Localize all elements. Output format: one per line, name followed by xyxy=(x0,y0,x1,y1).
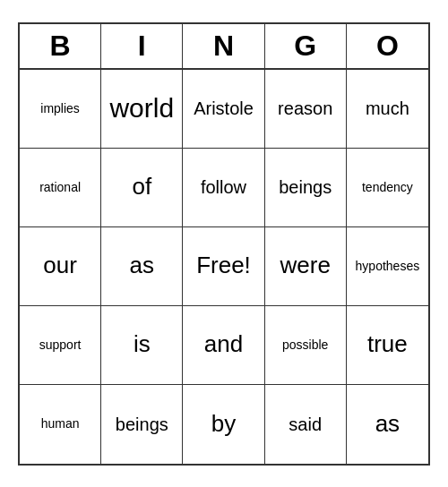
cell-text-13: were xyxy=(280,252,331,279)
bingo-cell-11: as xyxy=(101,227,183,306)
bingo-cell-23: said xyxy=(265,385,347,464)
bingo-cell-9: tendency xyxy=(347,149,428,227)
cell-text-6: of xyxy=(132,173,151,201)
cell-text-22: by xyxy=(211,410,236,438)
header-letter-B: B xyxy=(20,24,101,68)
bingo-cell-13: were xyxy=(265,227,347,306)
bingo-header: BINGO xyxy=(20,24,428,70)
header-letter-O: O xyxy=(347,24,428,68)
bingo-card: BINGO impliesworldAristolereasonmuchrati… xyxy=(18,22,430,466)
bingo-cell-4: much xyxy=(347,70,428,149)
cell-text-16: is xyxy=(134,330,151,358)
header-letter-I: I xyxy=(101,24,183,68)
cell-text-1: world xyxy=(109,92,174,124)
bingo-cell-0: implies xyxy=(20,70,101,149)
bingo-cell-2: Aristole xyxy=(183,70,264,149)
cell-text-14: hypotheses xyxy=(356,259,420,274)
cell-text-8: beings xyxy=(279,176,332,198)
cell-text-10: our xyxy=(43,252,77,279)
bingo-grid: impliesworldAristolereasonmuchrationalof… xyxy=(20,70,428,464)
bingo-cell-7: follow xyxy=(183,149,264,227)
cell-text-5: rational xyxy=(39,180,81,195)
cell-text-17: and xyxy=(204,330,243,358)
bingo-cell-15: support xyxy=(20,306,101,385)
bingo-cell-16: is xyxy=(101,306,183,385)
bingo-cell-6: of xyxy=(101,149,183,227)
bingo-cell-3: reason xyxy=(265,70,347,149)
cell-text-3: reason xyxy=(278,98,332,119)
bingo-cell-17: and xyxy=(183,306,264,385)
bingo-cell-12: Free! xyxy=(183,227,264,306)
cell-text-0: implies xyxy=(40,101,80,116)
bingo-cell-22: by xyxy=(183,385,264,464)
cell-text-4: much xyxy=(366,98,409,119)
cell-text-23: said xyxy=(289,414,322,435)
header-letter-N: N xyxy=(183,24,264,68)
bingo-cell-21: beings xyxy=(101,385,183,464)
cell-text-9: tendency xyxy=(362,180,413,195)
header-letter-G: G xyxy=(265,24,347,68)
cell-text-21: beings xyxy=(116,414,168,435)
bingo-cell-1: world xyxy=(101,70,183,149)
bingo-cell-18: possible xyxy=(265,306,347,385)
bingo-cell-5: rational xyxy=(20,149,101,227)
cell-text-7: follow xyxy=(201,176,246,198)
cell-text-12: Free! xyxy=(196,252,251,279)
cell-text-24: as xyxy=(375,410,400,438)
bingo-cell-14: hypotheses xyxy=(347,227,428,306)
cell-text-2: Aristole xyxy=(194,98,254,119)
cell-text-11: as xyxy=(130,252,154,279)
bingo-cell-8: beings xyxy=(265,149,347,227)
cell-text-18: possible xyxy=(282,337,328,353)
bingo-cell-19: true xyxy=(347,306,428,385)
bingo-cell-10: our xyxy=(20,227,101,306)
cell-text-20: human xyxy=(41,416,80,431)
bingo-cell-20: human xyxy=(20,385,101,464)
bingo-cell-24: as xyxy=(347,385,428,464)
cell-text-19: true xyxy=(367,330,408,358)
cell-text-15: support xyxy=(39,337,82,353)
